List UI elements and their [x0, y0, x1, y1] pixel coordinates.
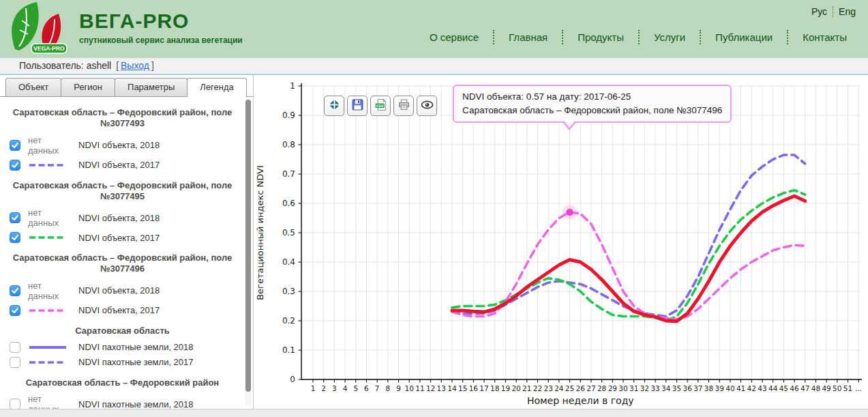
- svg-text:1: 1: [311, 384, 316, 392]
- svg-text:32: 32: [640, 384, 649, 392]
- highlighted-point[interactable]: [563, 205, 578, 220]
- checkbox-checked[interactable]: [10, 305, 20, 316]
- series-lines[interactable]: [452, 155, 805, 321]
- nav-item[interactable]: Услуги: [638, 30, 700, 44]
- bracket-close: ]: [149, 60, 156, 71]
- ndvi-chart: 1234567891011121314151617181920212223242…: [254, 75, 867, 409]
- svg-text:19: 19: [501, 384, 510, 392]
- legend-line-sample: [28, 344, 68, 351]
- tab-Регион[interactable]: Регион: [61, 78, 115, 96]
- lang-option-rus[interactable]: Рус: [806, 6, 833, 17]
- series-line[interactable]: [452, 155, 805, 316]
- svg-text:36: 36: [683, 384, 692, 392]
- legend-group-title: Саратовская область: [8, 326, 237, 336]
- svg-text:44: 44: [768, 384, 778, 392]
- svg-text:51: 51: [843, 384, 852, 392]
- vega-pro-app: VEGA-PRO ВЕГА-PRO спутниковый сервис ана…: [0, 0, 868, 417]
- csv-export-icon: CSV: [374, 98, 387, 113]
- checkbox-unchecked[interactable]: [10, 342, 20, 353]
- legend-row: NDVI объекта, 2017: [4, 303, 241, 318]
- legend-item-label: NDVI пахотные земли, 2017: [78, 357, 194, 367]
- checkbox-checked[interactable]: [10, 140, 20, 151]
- print-button[interactable]: [393, 96, 414, 116]
- main-area: ОбъектРегионПараметрыЛегенда Саратовская…: [0, 75, 868, 409]
- checkbox-checked[interactable]: [10, 232, 20, 243]
- header-right: РусEng О сервисеГлавнаяПродуктыУслугиПуб…: [415, 0, 861, 44]
- svg-text:41: 41: [736, 384, 745, 392]
- svg-text:31: 31: [629, 384, 638, 392]
- checkbox-checked[interactable]: [10, 285, 20, 296]
- legend-row: NDVI объекта, 2017: [4, 230, 241, 245]
- legend-group-title: Саратовская область – Федоровский район,…: [8, 253, 237, 275]
- legend-item-label: NDVI объекта, 2017: [78, 160, 160, 170]
- y-axis-title: Вегетационный индекс NDVI: [255, 165, 265, 300]
- svg-text:27: 27: [586, 384, 595, 392]
- no-data-note: нет данных: [28, 135, 73, 156]
- svg-text:12: 12: [426, 384, 435, 392]
- tooltip-line1: NDVI объекта: 0.57 на дату: 2017-06-25: [462, 90, 722, 104]
- nav-item[interactable]: Контакты: [787, 30, 861, 44]
- tab-Объект[interactable]: Объект: [5, 78, 61, 96]
- svg-text:38: 38: [704, 384, 713, 392]
- legend-line-sample: [28, 359, 68, 366]
- tab-Параметры[interactable]: Параметры: [115, 78, 188, 96]
- svg-text:0.9: 0.9: [282, 111, 295, 120]
- nav-item[interactable]: Главная: [493, 30, 562, 44]
- nav-item[interactable]: О сервисе: [415, 30, 493, 44]
- sidebar: ОбъектРегионПараметрыЛегенда Саратовская…: [0, 75, 254, 409]
- svg-text:49: 49: [822, 384, 830, 392]
- svg-text:34: 34: [661, 384, 671, 392]
- nav-item[interactable]: Публикации: [700, 30, 787, 44]
- svg-text:10: 10: [405, 384, 414, 392]
- legend-item-label: NDVI объекта, 2018: [78, 213, 160, 223]
- sidebar-scrollbar[interactable]: [245, 98, 252, 406]
- svg-text:40: 40: [725, 384, 734, 392]
- fit-screen-button[interactable]: [324, 96, 344, 116]
- svg-text:1: 1: [290, 81, 295, 91]
- checkbox-unchecked[interactable]: [10, 399, 20, 409]
- legend-item-label: NDVI объекта, 2017: [78, 233, 160, 243]
- legend-line-sample: [28, 162, 68, 169]
- legend-group-title: Саратовская область – Федоровский район,…: [8, 107, 237, 130]
- checkbox-checked[interactable]: [10, 160, 20, 171]
- checkbox-unchecked[interactable]: [10, 357, 20, 368]
- svg-text:15: 15: [458, 384, 467, 392]
- no-data-note: нет данных: [28, 281, 73, 301]
- svg-text:45: 45: [779, 384, 788, 392]
- eye-button[interactable]: [417, 96, 437, 116]
- svg-text:28: 28: [597, 384, 606, 392]
- chart-tooltip: NDVI объекта: 0.57 на дату: 2017-06-25 С…: [453, 85, 732, 123]
- user-label: Пользователь:: [19, 60, 84, 71]
- lang-option-eng[interactable]: Eng: [833, 6, 861, 17]
- svg-text:18: 18: [490, 384, 499, 392]
- series-line[interactable]: [452, 190, 805, 321]
- svg-text:42: 42: [747, 384, 756, 392]
- checkbox-checked[interactable]: [10, 212, 20, 223]
- scrollbar-thumb[interactable]: [245, 100, 251, 392]
- eye-icon: [421, 98, 434, 113]
- svg-text:26: 26: [576, 384, 586, 392]
- svg-text:16: 16: [469, 384, 479, 392]
- x-axis-title: Номер недели в году: [527, 395, 634, 406]
- svg-text:13: 13: [437, 384, 446, 392]
- series-line[interactable]: [452, 196, 805, 321]
- sidebar-tabs: ОбъектРегионПараметрыЛегенда: [0, 78, 253, 96]
- svg-text:0.4: 0.4: [282, 257, 295, 267]
- legend-line-sample: [28, 307, 68, 314]
- svg-text:46: 46: [790, 384, 799, 392]
- save-button[interactable]: [347, 96, 368, 116]
- svg-text:48: 48: [811, 384, 820, 392]
- legend-item-label: NDVI объекта, 2018: [78, 285, 160, 296]
- main-nav: О сервисеГлавнаяПродуктыУслугиПубликации…: [415, 30, 861, 44]
- svg-text:21: 21: [522, 384, 531, 392]
- svg-text:0.3: 0.3: [282, 287, 295, 296]
- svg-text:3: 3: [332, 384, 337, 392]
- csv-export-button[interactable]: CSV: [370, 96, 391, 116]
- tab-Легенда[interactable]: Легенда: [187, 78, 246, 97]
- legend-panel: Саратовская область – Федоровский район,…: [0, 96, 253, 409]
- logout-link[interactable]: Выход: [121, 60, 149, 71]
- nav-item[interactable]: Продукты: [562, 30, 638, 44]
- legend-group-title: Саратовская область – Федоровский район,…: [8, 180, 237, 203]
- save-icon: [351, 98, 364, 113]
- username: ashell: [87, 60, 112, 71]
